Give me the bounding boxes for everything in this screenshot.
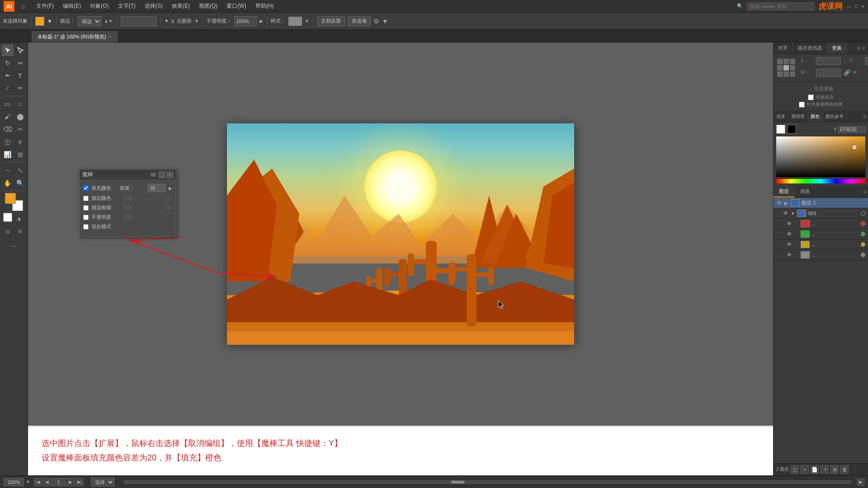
x-input[interactable] (816, 57, 841, 65)
zoom-tool[interactable]: 🔍 (14, 177, 26, 189)
opacity-input[interactable] (234, 16, 257, 26)
layer-item-gray[interactable]: 👁 ... (774, 250, 868, 260)
pen-tool[interactable]: ✒ (2, 70, 14, 81)
black-swatch[interactable] (787, 125, 796, 134)
first-page-button[interactable]: |◀ (34, 478, 42, 486)
layer-eye-red[interactable]: 👁 (786, 221, 793, 227)
stroke-mode-select[interactable]: 插边 (78, 16, 101, 26)
layer-eye-green[interactable]: 👁 (786, 231, 793, 237)
window-close[interactable]: × (862, 4, 864, 9)
transform-tab[interactable]: 变换 (827, 42, 847, 54)
layer-eye-yellow[interactable]: 👁 (786, 241, 793, 248)
grid-cell-6[interactable] (790, 65, 795, 70)
next-page-button[interactable]: ▶ (66, 478, 75, 486)
menu-object[interactable]: 对象(O) (86, 1, 112, 11)
layer-item-green[interactable]: 👁 ... (774, 229, 868, 239)
opacity-checkbox[interactable] (83, 215, 89, 220)
fill-color-swatch[interactable] (35, 17, 44, 26)
status-mode-select[interactable]: 选择 (91, 478, 114, 487)
color-spectrum-box[interactable] (776, 136, 865, 177)
layer-item-2[interactable]: 👁 ▶ 图层 2 (774, 198, 868, 208)
style-color-swatch[interactable] (288, 17, 302, 26)
panel-minimize-btn[interactable]: _ (159, 172, 165, 178)
artboards-tab[interactable]: 画板 (795, 186, 816, 197)
shape-input[interactable] (121, 16, 157, 26)
paintbrush-tool[interactable]: 🖌 (2, 111, 14, 122)
direct-selection-tool[interactable] (14, 44, 26, 56)
menu-help[interactable]: 帮助(H) (252, 1, 278, 11)
link-icon[interactable]: 🔗 (844, 70, 850, 76)
preferences-icon[interactable]: ⚙ (373, 18, 379, 25)
layer-item-red[interactable]: 👁 ... (774, 219, 868, 229)
chart-tool[interactable]: 📊 (2, 149, 14, 160)
canvas-wrapper[interactable]: 魔棒 _ × 填充颜色 (28, 42, 773, 426)
menu-view[interactable]: 视图(Q) (195, 1, 221, 11)
window-maximize[interactable]: □ (855, 4, 858, 9)
grid-cell-9[interactable] (790, 71, 795, 77)
rectangle-tool[interactable]: ▭ (2, 98, 14, 110)
stroke-color-checkbox[interactable] (83, 196, 89, 201)
menu-window[interactable]: 窗口(W) (223, 1, 250, 11)
color-mode-icon[interactable]: ◑ (13, 213, 25, 225)
grid-cell-2[interactable] (783, 59, 789, 64)
scale-stroke-checkbox[interactable] (808, 94, 814, 100)
grid-cell-7[interactable] (777, 71, 783, 77)
ellipse-tool[interactable]: ○ (14, 98, 26, 110)
horizontal-scrollbar[interactable] (123, 480, 852, 484)
y-input[interactable] (865, 57, 868, 65)
layer-eye-icon-003[interactable]: 👁 (783, 210, 789, 216)
layers-tab[interactable]: 图层 (774, 186, 795, 197)
type-tool[interactable]: T (14, 70, 26, 81)
new-sublayer-button[interactable]: + (801, 465, 809, 474)
extra-tools-icon[interactable]: ··· (8, 240, 20, 252)
hand-tool[interactable]: ✋ (2, 177, 14, 189)
menu-file[interactable]: 文件(F) (33, 1, 57, 11)
prev-page-button[interactable]: ◀ (43, 478, 51, 486)
rotate-tool[interactable]: ↻ (2, 57, 14, 69)
line-tool[interactable]: ∕ (2, 82, 14, 94)
menu-select[interactable]: 选择(S) (141, 1, 166, 11)
stroke-width-checkbox[interactable] (83, 205, 89, 211)
zoom-input[interactable] (4, 478, 24, 486)
scissors-tool[interactable]: ✂ (14, 123, 26, 135)
transparency-tab[interactable]: 透明度 (788, 112, 808, 122)
panel-menu-icon[interactable] (151, 172, 157, 178)
layer-item-yellow[interactable]: 👁 ... (774, 239, 868, 250)
layer-eye-icon-2[interactable]: 👁 (776, 200, 783, 206)
scroll-right-button[interactable]: ▶ (857, 479, 864, 486)
layer-expand-icon-003[interactable]: ▼ (791, 211, 795, 216)
fill-tolerance-arrow[interactable]: ▶ (169, 186, 172, 191)
align-tab[interactable]: 对齐 (774, 42, 793, 54)
align-pixel-checkbox[interactable] (799, 102, 805, 108)
delete-layer-button[interactable]: 🗑 (840, 465, 849, 474)
stroke-swatch-small[interactable] (3, 213, 12, 222)
preferences-button[interactable]: 首选项 (348, 16, 371, 26)
page-input[interactable] (52, 478, 66, 486)
fill-tolerance-input[interactable] (148, 184, 166, 192)
panel-close-btn[interactable]: × (167, 172, 173, 178)
mesh-tool[interactable]: # (14, 136, 26, 148)
menu-effect[interactable]: 效果(E) (168, 1, 193, 11)
doc-settings-button[interactable]: 文档设置 (317, 16, 345, 26)
slice-tool[interactable]: ⊞ (14, 149, 26, 160)
hex-input[interactable] (838, 126, 865, 133)
layer-eye-gray[interactable]: 👁 (786, 252, 793, 258)
mask-icon[interactable]: ⊡ (2, 225, 14, 237)
pencil-tool[interactable]: ✏ (14, 82, 26, 94)
document-tab[interactable]: 未标题-1* @ 100% (RGB/预览) × (32, 31, 118, 42)
home-icon[interactable]: ⌂ (18, 1, 28, 11)
gradient-tab[interactable]: 渐变 (774, 112, 788, 122)
grid-cell-5[interactable] (783, 65, 789, 70)
template-layer-button[interactable]: ⊞ (830, 465, 839, 474)
free-transform-tool[interactable]: ⤡ (14, 164, 26, 176)
blob-brush-tool[interactable]: ⬤ (14, 111, 26, 122)
panel-expand-icon[interactable]: ≡ (857, 45, 860, 52)
layers-menu-icon[interactable]: ≡ (863, 189, 866, 195)
expand-icon[interactable]: ▼ (382, 18, 388, 25)
layer-item-003[interactable]: 👁 ▼ 003 (774, 208, 868, 219)
zoom-chevron[interactable]: ▼ (26, 479, 30, 484)
menu-edit[interactable]: 编辑(E) (59, 1, 85, 11)
grid-cell-3[interactable] (790, 59, 795, 64)
color-tab[interactable]: 颜色 (808, 112, 823, 122)
tab-close-button[interactable]: × (109, 34, 112, 39)
